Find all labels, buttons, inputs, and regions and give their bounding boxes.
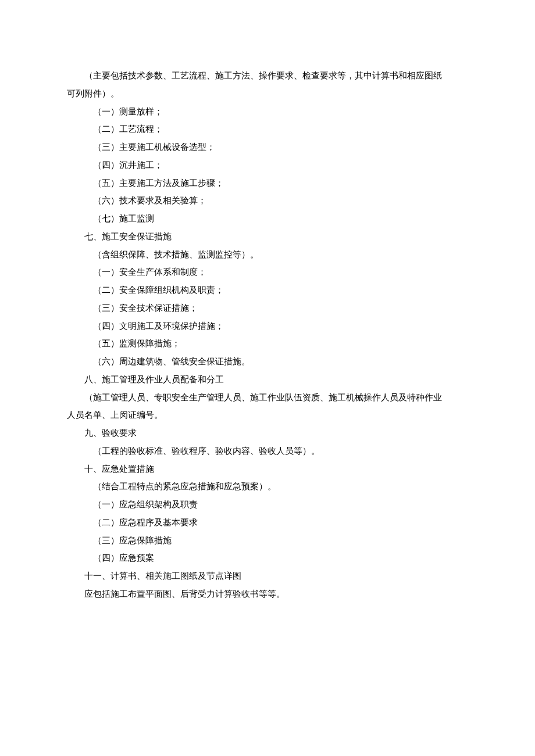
paragraph-intro-2: 可列附件）。 (67, 85, 468, 103)
section-9-desc: （工程的验收标准、验收程序、验收内容、验收人员等）。 (67, 442, 468, 460)
item-4: （四）沉井施工； (67, 156, 468, 174)
section-7-item-5: （五）监测保障措施； (67, 335, 468, 353)
section-10-item-3: （三）应急保障措施 (67, 532, 468, 550)
item-7: （七）施工监测 (67, 210, 468, 228)
section-8-desc-2: 人员名单、上闵证编号。 (67, 406, 468, 424)
section-10-heading: 十、应急处置措施 (67, 460, 468, 478)
item-3: （三）主要施工机械设备选型； (67, 138, 468, 156)
section-11-desc: 应包括施工布置平面图、后背受力计算验收书等等。 (67, 585, 468, 603)
item-5: （五）主要施工方法及施工步骤； (67, 174, 468, 192)
section-8-desc-1: （施工管理人员、专职安全生产管理人员、施工作业队伍资质、施工机械操作人员及特种作… (67, 389, 468, 407)
item-2: （二）工艺流程； (67, 120, 468, 138)
paragraph-intro-1: （主要包括技术参数、工艺流程、施工方法、操作要求、检查要求等，其中计算书和相应图… (67, 67, 468, 85)
section-10-item-2: （二）应急程序及基本要求 (67, 514, 468, 532)
section-7-desc: （含组织保障、技术措施、监测监控等）。 (67, 246, 468, 264)
item-1: （一）测量放样； (67, 103, 468, 121)
section-7-heading: 七、施工安全保证措施 (67, 228, 468, 246)
section-11-heading: 十一、计算书、相关施工图纸及节点详图 (67, 567, 468, 585)
section-8-heading: 八、施工管理及作业人员配备和分工 (67, 371, 468, 389)
section-7-item-3: （三）安全技术保证措施； (67, 299, 468, 317)
item-6: （六）技术要求及相关验算； (67, 192, 468, 210)
document-page: （主要包括技术参数、工艺流程、施工方法、操作要求、检查要求等，其中计算书和相应图… (67, 67, 468, 603)
section-9-heading: 九、验收要求 (67, 424, 468, 442)
section-7-item-6: （六）周边建筑物、管线安全保证措施。 (67, 353, 468, 371)
section-10-item-4: （四）应急预案 (67, 549, 468, 567)
section-10-desc: （结合工程特点的紧急应急措施和应急预案）。 (67, 478, 468, 496)
section-10-item-1: （一）应急组织架构及职责 (67, 496, 468, 514)
section-7-item-2: （二）安全保障组织机构及职责； (67, 281, 468, 299)
section-7-item-4: （四）文明施工及环境保护措施； (67, 317, 468, 335)
section-7-item-1: （一）安全生产体系和制度； (67, 263, 468, 281)
